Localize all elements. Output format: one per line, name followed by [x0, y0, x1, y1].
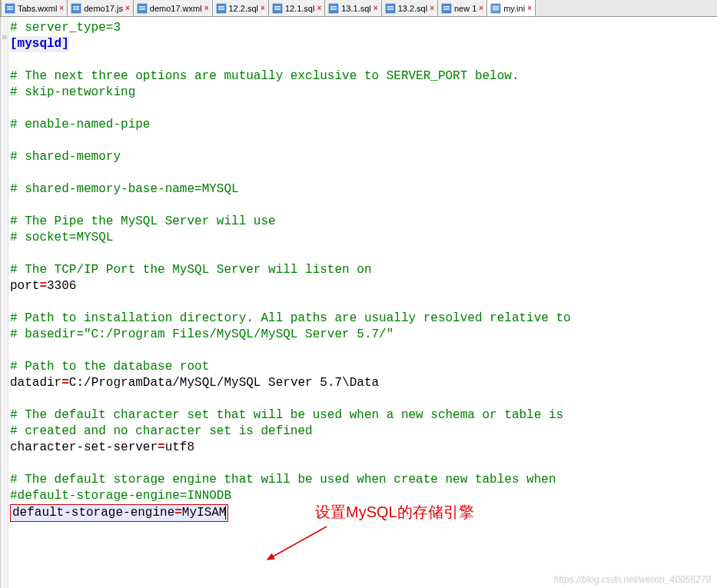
code-line: # Path to installation directory. All pa…: [10, 311, 715, 327]
tab-bar: Tabs.wxml×demo17.js×demo17.wxml×12.2.sql…: [0, 0, 717, 17]
code-line: [10, 246, 715, 262]
svg-rect-2: [7, 8, 13, 8]
close-icon[interactable]: ×: [317, 4, 321, 12]
svg-rect-30: [443, 8, 450, 8]
fold-gutter: ⊟: [1, 17, 8, 588]
file-sql-icon: [272, 3, 283, 14]
file-sql-icon: [216, 3, 227, 14]
code-line: # The Pipe the MySQL Server will use: [10, 214, 715, 230]
svg-rect-9: [139, 6, 145, 7]
svg-rect-19: [274, 9, 280, 10]
tab-demo17-wxml[interactable]: demo17.wxml×: [134, 0, 213, 16]
tab-12-1-sql[interactable]: 12.1.sql×: [269, 0, 325, 16]
file-ini-icon: [490, 3, 501, 14]
tab-13-2-sql[interactable]: 13.2.sql×: [382, 0, 438, 16]
code-line: default-storage-engine=MyISAM: [10, 504, 715, 522]
file-txt-icon: [441, 3, 452, 14]
code-line: # socket=MYSQL: [10, 230, 715, 246]
code-line: [10, 101, 715, 117]
code-line: port=3306: [10, 278, 715, 294]
tab-label: 12.1.sql: [285, 4, 315, 13]
highlighted-setting: default-storage-engine=MyISAM: [10, 504, 228, 522]
svg-rect-14: [218, 8, 224, 8]
code-line: #default-storage-engine=INNODB: [10, 488, 715, 504]
tab-label: 13.2.sql: [398, 4, 428, 13]
code-line: # skip-networking: [10, 85, 715, 101]
svg-rect-34: [493, 8, 499, 8]
code-line: # The TCP/IP Port the MySQL Server will …: [10, 262, 715, 278]
code-line: [10, 343, 715, 359]
editor-area: ⊟ # server_type=3[mysqld] # The next thr…: [0, 17, 717, 588]
svg-rect-22: [330, 8, 337, 8]
tab-label: Tabs.wxml: [18, 4, 57, 13]
text-cursor: [225, 506, 226, 520]
close-icon[interactable]: ×: [59, 4, 64, 12]
tab-12-2-sql[interactable]: 12.2.sql×: [213, 0, 269, 16]
code-editor[interactable]: # server_type=3[mysqld] # The next three…: [8, 17, 717, 588]
collapse-icon[interactable]: ⊟: [1, 33, 8, 42]
tab-label: demo17.wxml: [150, 4, 202, 13]
code-line: # Path to the database root: [10, 359, 715, 375]
code-line: [mysqld]: [10, 36, 715, 52]
svg-rect-35: [493, 9, 499, 10]
svg-rect-18: [274, 8, 280, 8]
svg-rect-15: [218, 9, 224, 10]
code-line: [10, 391, 715, 407]
svg-rect-27: [387, 9, 393, 10]
tab-label: my.ini: [503, 4, 525, 13]
code-line: [10, 294, 715, 311]
svg-rect-21: [330, 6, 337, 7]
tab-label: demo17.js: [84, 4, 123, 13]
svg-rect-25: [387, 6, 393, 7]
svg-rect-17: [274, 6, 280, 7]
close-icon[interactable]: ×: [261, 4, 265, 12]
svg-rect-23: [330, 9, 337, 10]
close-icon[interactable]: ×: [479, 4, 483, 12]
tab-Tabs-wxml[interactable]: Tabs.wxml×: [0, 0, 68, 16]
svg-rect-7: [73, 9, 79, 10]
file-xml-icon: [5, 3, 15, 14]
code-line: [10, 133, 715, 149]
svg-rect-6: [73, 8, 79, 8]
tab-label: 12.2.sql: [229, 4, 259, 13]
tab-13-1-sql[interactable]: 13.1.sql×: [325, 0, 381, 16]
file-xml-icon: [137, 3, 148, 14]
close-icon[interactable]: ×: [527, 4, 532, 12]
svg-rect-31: [443, 9, 450, 10]
code-line: # shared-memory-base-name=MYSQL: [10, 181, 715, 198]
close-icon[interactable]: ×: [373, 4, 378, 12]
tab-new-1[interactable]: new 1×: [438, 0, 487, 16]
code-line: # created and no character set is define…: [10, 424, 715, 440]
watermark: https://blog.csdn.net/weixin_40056279: [554, 574, 711, 585]
code-line: # enable-named-pipe: [10, 117, 715, 133]
svg-rect-29: [443, 6, 450, 7]
code-line: # server_type=3: [10, 20, 715, 36]
code-line: [10, 52, 715, 68]
tab-my-ini[interactable]: my.ini×: [487, 0, 536, 16]
file-js-icon: [71, 3, 81, 14]
tab-demo17-js[interactable]: demo17.js×: [68, 0, 134, 16]
code-line: # The default storage engine that will b…: [10, 472, 715, 488]
svg-rect-1: [7, 6, 13, 7]
close-icon[interactable]: ×: [430, 4, 434, 12]
code-line: character-set-server=utf8: [10, 440, 715, 456]
svg-rect-13: [218, 6, 224, 7]
code-line: [10, 165, 715, 181]
svg-rect-26: [387, 8, 393, 8]
code-line: # shared-memory: [10, 149, 715, 165]
tab-label: 13.1.sql: [341, 4, 371, 13]
svg-rect-3: [7, 9, 13, 10]
code-line: # The next three options are mutually ex…: [10, 68, 715, 85]
code-line: # The default character set that will be…: [10, 407, 715, 424]
code-line: [10, 456, 715, 472]
close-icon[interactable]: ×: [125, 4, 130, 12]
close-icon[interactable]: ×: [204, 4, 209, 12]
svg-rect-33: [493, 6, 499, 7]
svg-rect-11: [139, 9, 145, 10]
code-line: # basedir="C:/Program Files/MySQL/MySQL …: [10, 327, 715, 343]
code-line: [10, 198, 715, 214]
file-sql-icon: [328, 3, 339, 14]
svg-rect-10: [139, 8, 145, 8]
code-line: datadir=C:/ProgramData/MySQL/MySQL Serve…: [10, 375, 715, 391]
svg-rect-5: [73, 6, 79, 7]
